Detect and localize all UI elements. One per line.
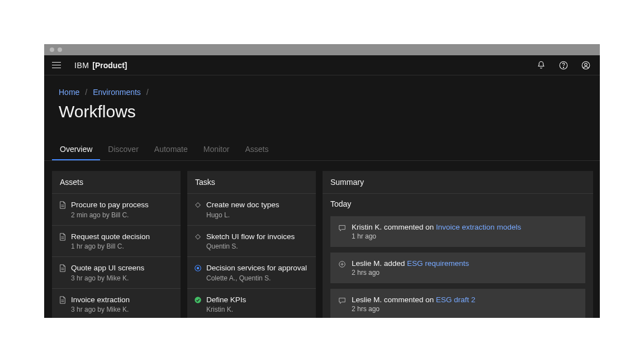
user-avatar-icon[interactable]	[581, 60, 591, 70]
activity-card-body: Kristin K. commented on Invoice extracti…	[352, 223, 521, 240]
svg-point-3	[585, 63, 588, 66]
tab-assets[interactable]: Assets	[237, 139, 276, 160]
list-item-sub: 2 min ago by Bill C.	[71, 211, 149, 219]
menu-icon[interactable]	[52, 62, 61, 69]
list-item-body: Define KPIs Kristin K.	[206, 295, 246, 314]
list-item[interactable]: Procure to pay process 2 min ago by Bill…	[52, 194, 181, 226]
app-window: IBM [Product] Home / Environments / Work…	[44, 44, 600, 318]
tab-automate[interactable]: Automate	[146, 139, 196, 160]
summary-body: Today Kristin K. commented on Invoice ex…	[323, 194, 593, 318]
activity-link[interactable]: Invoice extraction models	[436, 223, 521, 231]
list-item-title: Create new doc types	[206, 200, 280, 210]
document-icon	[59, 233, 67, 241]
breadcrumb-separator: /	[146, 88, 149, 97]
tab-overview[interactable]: Overview	[52, 139, 100, 160]
list-item-body: Quote app UI screens 3 hr ago by Mike K.	[71, 263, 144, 282]
document-icon	[59, 296, 67, 304]
activity-sub: 2 hrs ago	[352, 305, 475, 313]
brand-ibm: IBM	[74, 61, 89, 70]
tabs: Overview Discover Automate Monitor Asset…	[44, 121, 600, 161]
list-item-title: Procure to pay process	[71, 200, 149, 210]
svg-point-8	[195, 297, 201, 303]
list-item[interactable]: Request quote decision 1 hr ago by Bill …	[52, 226, 181, 258]
list-item-body: Decision services for approval Colette A…	[206, 263, 307, 282]
top-bar-left: IBM [Product]	[52, 61, 127, 70]
assets-panel-title: Assets	[52, 171, 181, 194]
page-header: Home / Environments / Workflows	[44, 75, 600, 121]
breadcrumb-environments[interactable]: Environments	[93, 88, 141, 97]
chat-icon	[338, 224, 346, 232]
page-title: Workflows	[59, 102, 585, 121]
list-item-title: Request quote decision	[71, 232, 150, 242]
activity-sub: 1 hr ago	[352, 232, 521, 240]
activity-sub: 2 hrs ago	[352, 269, 469, 277]
summary-panel: Summary Today Kristin K. commented on In…	[323, 171, 593, 318]
chat-icon	[338, 297, 346, 304]
activity-link[interactable]: ESG draft 2	[436, 296, 476, 304]
list-item-title: Define KPIs	[206, 295, 246, 305]
list-item[interactable]: Invoice extraction 3 hr ago by Mike K.	[52, 289, 181, 318]
svg-rect-5	[196, 234, 201, 239]
help-icon[interactable]	[558, 60, 569, 70]
list-item-body: Request quote decision 1 hr ago by Bill …	[71, 232, 150, 251]
in-progress-icon	[194, 264, 202, 272]
list-item[interactable]: Sketch UI flow for invoices Quentin S.	[187, 226, 316, 258]
svg-point-1	[563, 67, 564, 68]
activity-card-body: Leslie M. added ESG requirements 2 hrs a…	[352, 259, 469, 277]
window-traffic-dot	[50, 47, 54, 52]
list-item[interactable]: Define KPIs Kristin K.	[187, 289, 316, 318]
list-item-sub: Colette A., Quentin S.	[206, 274, 307, 282]
list-item[interactable]: Quote app UI screens 3 hr ago by Mike K.	[52, 257, 181, 289]
list-item[interactable]: Create new doc types Hugo L.	[187, 194, 316, 226]
breadcrumb-home[interactable]: Home	[59, 88, 79, 97]
add-icon	[338, 260, 346, 268]
tab-monitor[interactable]: Monitor	[196, 139, 238, 160]
activity-card[interactable]: Kristin K. commented on Invoice extracti…	[330, 216, 585, 247]
assets-panel: Assets Procure to pay process 2 min ago …	[52, 171, 181, 318]
brand-product: [Product]	[92, 61, 127, 70]
summary-panel-title: Summary	[323, 171, 593, 194]
activity-text: Leslie M. commented on ESG draft 2	[352, 296, 475, 304]
assets-list: Procure to pay process 2 min ago by Bill…	[52, 194, 181, 318]
incomplete-icon	[194, 233, 202, 241]
tasks-list: Create new doc types Hugo L. Sketch UI f…	[187, 194, 316, 318]
top-bar: IBM [Product]	[44, 55, 600, 75]
activity-card[interactable]: Leslie M. added ESG requirements 2 hrs a…	[330, 253, 585, 283]
activity-card-body: Leslie M. commented on ESG draft 2 2 hrs…	[352, 296, 475, 313]
tasks-panel-title: Tasks	[187, 171, 316, 194]
list-item-body: Procure to pay process 2 min ago by Bill…	[71, 200, 149, 219]
activity-card[interactable]: Leslie M. commented on ESG draft 2 2 hrs…	[330, 289, 585, 318]
list-item-sub: 1 hr ago by Bill C.	[71, 242, 150, 250]
svg-rect-4	[196, 203, 201, 208]
tab-discover[interactable]: Discover	[100, 139, 146, 160]
activity-link[interactable]: ESG requirements	[407, 259, 469, 268]
list-item-title: Quote app UI screens	[71, 263, 144, 273]
list-item-sub: Kristin K.	[206, 306, 246, 313]
list-item[interactable]: Decision services for approval Colette A…	[187, 257, 316, 289]
list-item-sub: 3 hr ago by Mike K.	[71, 306, 130, 313]
activity-text: Leslie M. added ESG requirements	[352, 259, 469, 268]
list-item-title: Sketch UI flow for invoices	[206, 232, 295, 242]
incomplete-icon	[194, 201, 202, 209]
list-item-title: Decision services for approval	[206, 263, 307, 273]
list-item-body: Sketch UI flow for invoices Quentin S.	[206, 232, 295, 251]
brand: IBM [Product]	[74, 61, 127, 70]
list-item-title: Invoice extraction	[71, 295, 130, 305]
breadcrumb: Home / Environments /	[59, 88, 585, 97]
list-item-body: Invoice extraction 3 hr ago by Mike K.	[71, 295, 130, 314]
breadcrumb-separator: /	[85, 88, 87, 97]
summary-date: Today	[330, 199, 585, 208]
window-chrome-bar	[44, 44, 600, 55]
list-item-sub: Hugo L.	[206, 211, 280, 219]
list-item-sub: Quentin S.	[206, 242, 295, 250]
complete-icon	[194, 296, 202, 304]
window-traffic-dot	[58, 47, 62, 52]
document-icon	[59, 201, 67, 209]
svg-point-7	[197, 267, 199, 269]
notifications-icon[interactable]	[536, 60, 546, 70]
tasks-panel: Tasks Create new doc types Hugo L. Sketc…	[187, 171, 316, 318]
content: Assets Procure to pay process 2 min ago …	[44, 161, 600, 318]
top-bar-right	[536, 60, 591, 70]
document-icon	[59, 264, 67, 272]
list-item-body: Create new doc types Hugo L.	[206, 200, 280, 219]
